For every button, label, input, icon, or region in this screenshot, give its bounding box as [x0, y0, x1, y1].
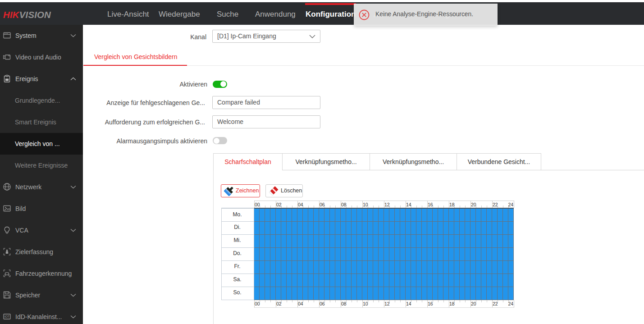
svg-text:IOT: IOT: [5, 315, 10, 318]
